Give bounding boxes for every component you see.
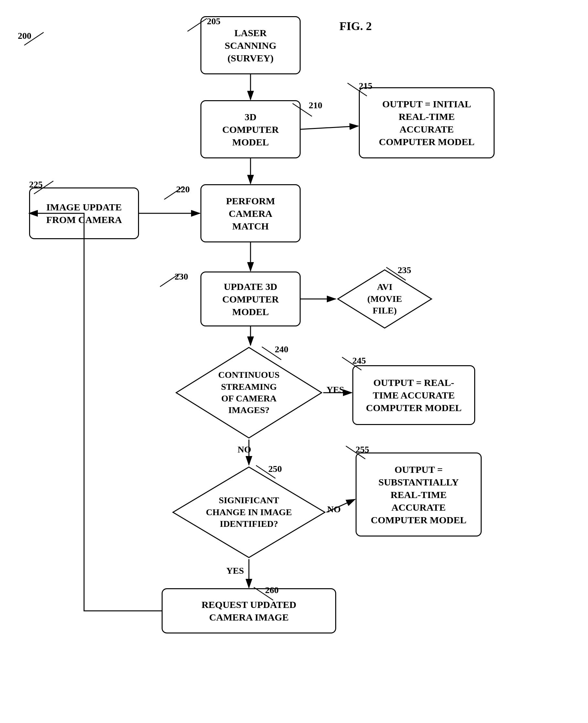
ref-220: 220: [176, 184, 190, 195]
ref-235: 235: [398, 265, 411, 275]
ref-240: 240: [275, 344, 288, 355]
yes-label-240: YES: [327, 385, 344, 395]
node-avi: AVI (MOVIE FILE): [336, 268, 433, 329]
ref-245: 245: [352, 356, 366, 366]
node-update-3d: UPDATE 3D COMPUTER MODEL: [201, 272, 301, 326]
node-image-update: IMAGE UPDATE FROM CAMERA: [29, 188, 139, 239]
ref-250: 250: [268, 464, 282, 474]
ref-225: 225: [29, 179, 43, 190]
svg-line-5: [301, 126, 358, 129]
node-output-substantially: OUTPUT = SUBSTANTIALLY REAL-TIME ACCURAT…: [356, 452, 482, 536]
ref-260: 260: [265, 585, 279, 595]
node-perform-camera-match: PERFORM CAMERA MATCH: [201, 184, 301, 242]
ref-230: 230: [174, 272, 188, 282]
ref-255: 255: [356, 444, 369, 455]
no-label-250: NO: [327, 504, 341, 514]
no-label-240: NO: [237, 444, 251, 455]
ref-215: 215: [359, 81, 372, 91]
node-output-initial: OUTPUT = INITIAL REAL-TIME ACCURATE COMP…: [359, 87, 495, 158]
yes-label-260: YES: [226, 566, 244, 576]
ref-210: 210: [309, 100, 322, 110]
diagram-container: FIG. 2 200 LASER SCANNING (SURVEY) 205 3…: [0, 0, 588, 723]
ref-200: 200: [18, 31, 31, 41]
node-request-updated: REQUEST UPDATED CAMERA IMAGE: [162, 588, 336, 634]
node-output-realtime: OUTPUT = REAL- TIME ACCURATE COMPUTER MO…: [352, 365, 475, 425]
node-3d-computer-model: 3D COMPUTER MODEL: [201, 100, 301, 158]
node-significant-change: SIGNIFICANT CHANGE IN IMAGE IDENTIFIED?: [171, 465, 327, 559]
node-continuous-streaming: CONTINUOUS STREAMING OF CAMERA IMAGES?: [174, 346, 323, 440]
ref-205: 205: [207, 16, 220, 26]
figure-label: FIG. 2: [339, 19, 372, 33]
